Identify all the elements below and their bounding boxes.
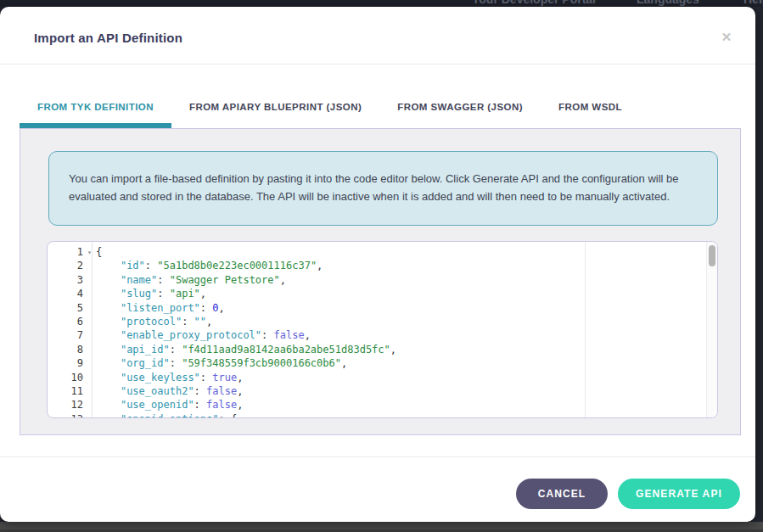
fold-column bbox=[83, 399, 96, 412]
code-text: "enable_proxy_protocol": false, bbox=[96, 329, 311, 341]
info-banner: You can import a file-based definition b… bbox=[48, 151, 718, 226]
line-number: 8 bbox=[48, 343, 83, 356]
fold-arrow-icon[interactable]: ▾ bbox=[83, 413, 96, 418]
line-number: 13 bbox=[48, 412, 83, 418]
line-number: 9 bbox=[48, 356, 83, 370]
line-number: 4 bbox=[48, 287, 83, 300]
fold-column bbox=[83, 344, 96, 357]
code-text: "api_id": "f4d11aad9a8142aa6ba2abe51d83d… bbox=[96, 344, 396, 356]
line-number: 10 bbox=[48, 371, 83, 384]
info-text: You can import a file-based definition b… bbox=[69, 172, 679, 203]
code-line: 2 "id": "5a1bd8b0e223ec0001116c37", bbox=[48, 259, 717, 272]
line-number: 7 bbox=[48, 328, 83, 342]
code-text: "listen_port": 0, bbox=[96, 302, 225, 314]
editor-scrollbar[interactable] bbox=[706, 242, 717, 417]
code-line: 10 "use_keyless": true, bbox=[48, 371, 717, 384]
line-number: 2 bbox=[48, 259, 83, 272]
footer-divider bbox=[0, 456, 755, 457]
tab-from-apiary-blueprint-json[interactable]: FROM APIARY BLUEPRINT (JSON) bbox=[171, 90, 379, 128]
code-text: "openid_options": { bbox=[96, 413, 237, 418]
fold-column bbox=[83, 288, 96, 301]
fold-column bbox=[83, 357, 96, 371]
header-divider bbox=[0, 64, 755, 64]
code-editor[interactable]: 1▾{2 "id": "5a1bd8b0e223ec0001116c37",3 … bbox=[47, 241, 718, 418]
fold-column bbox=[83, 329, 96, 343]
code-line: 11 "use_oauth2": false, bbox=[48, 384, 717, 398]
code-text: "use_keyless": true, bbox=[96, 372, 243, 384]
nav-item-languages: Languages bbox=[637, 0, 699, 6]
nav-item-developer-portal: Your Developer Portal bbox=[472, 0, 596, 6]
tab-from-tyk-definition[interactable]: FROM TYK DEFINITION bbox=[20, 90, 171, 128]
code-line: 9 "org_id": "59f348559f3cb9000166c0b6", bbox=[48, 356, 717, 370]
code-text: "protocol": "", bbox=[96, 316, 212, 328]
code-text: "use_oauth2": false, bbox=[96, 385, 243, 397]
content-panel: You can import a file-based definition b… bbox=[20, 128, 741, 435]
tab-bar: FROM TYK DEFINITIONFROM APIARY BLUEPRINT… bbox=[20, 90, 640, 128]
import-api-modal: Import an API Definition ✕ FROM TYK DEFI… bbox=[0, 7, 755, 522]
fold-column bbox=[83, 274, 96, 288]
code-line: 12 "use_openid": false, bbox=[48, 398, 717, 412]
code-line: 5 "listen_port": 0, bbox=[48, 301, 717, 315]
generate-api-button[interactable]: GENERATE API bbox=[618, 479, 740, 509]
code-line: 4 "slug": "api", bbox=[48, 287, 717, 300]
bottom-bar bbox=[0, 522, 763, 532]
code-line: 8 "api_id": "f4d11aad9a8142aa6ba2abe51d8… bbox=[48, 343, 717, 356]
scrollbar-thumb[interactable] bbox=[709, 245, 715, 266]
code-line: 3 "name": "Swagger Petstore", bbox=[48, 273, 717, 287]
line-number: 5 bbox=[48, 301, 83, 315]
line-number: 11 bbox=[48, 384, 83, 398]
fold-arrow-icon[interactable]: ▾ bbox=[83, 246, 96, 260]
code-line: 6 "protocol": "", bbox=[48, 315, 717, 328]
code-line: 13▾ "openid_options": { bbox=[48, 412, 717, 418]
code-text: "use_openid": false, bbox=[96, 399, 243, 411]
fold-column bbox=[83, 316, 96, 329]
modal-title: Import an API Definition bbox=[34, 31, 182, 45]
line-number: 1 bbox=[48, 245, 83, 259]
tab-from-wsdl[interactable]: FROM WSDL bbox=[541, 90, 640, 128]
code-text: { bbox=[96, 246, 102, 258]
code-text: "slug": "api", bbox=[96, 288, 206, 300]
tab-from-swagger-json[interactable]: FROM SWAGGER (JSON) bbox=[379, 90, 541, 128]
fold-column bbox=[83, 385, 96, 399]
close-icon[interactable]: ✕ bbox=[720, 31, 733, 44]
top-navbar: Your Developer Portal Languages Help bbox=[0, 0, 763, 7]
code-text: "id": "5a1bd8b0e223ec0001116c37", bbox=[96, 260, 323, 272]
nav-item-help: Help bbox=[743, 0, 763, 6]
line-number: 12 bbox=[48, 398, 83, 412]
code-lines: 1▾{2 "id": "5a1bd8b0e223ec0001116c37",3 … bbox=[48, 242, 717, 418]
code-text: "name": "Swagger Petstore", bbox=[96, 274, 286, 286]
fold-column bbox=[83, 260, 96, 273]
fold-column bbox=[83, 302, 96, 316]
line-number: 3 bbox=[48, 273, 83, 287]
fold-column bbox=[83, 372, 96, 385]
line-number: 6 bbox=[48, 315, 83, 328]
code-text: "org_id": "59f348559f3cb9000166c0b6", bbox=[96, 357, 347, 369]
page-background: Your Developer Portal Languages Help Imp… bbox=[0, 0, 763, 532]
code-line: 7 "enable_proxy_protocol": false, bbox=[48, 328, 717, 342]
code-line: 1▾{ bbox=[48, 245, 717, 259]
cancel-button[interactable]: CANCEL bbox=[516, 479, 608, 509]
